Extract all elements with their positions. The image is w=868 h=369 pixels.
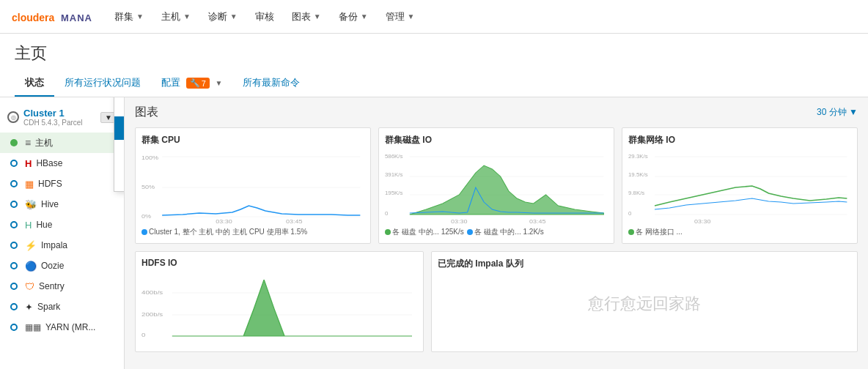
hdfs-icon: ▦ bbox=[25, 179, 34, 190]
time-selector[interactable]: 30 分钟 ▼ bbox=[817, 106, 858, 119]
chart-hdfs-title: HDFS IO bbox=[141, 258, 417, 268]
chart-impala-empty: 愈行愈远回家路 bbox=[438, 275, 851, 333]
svg-text:03:30: 03:30 bbox=[216, 217, 232, 224]
sidebar: ◎ Cluster 1 CDH 5.4.3, Parcel ▼ ≡ 主机 H H… bbox=[0, 97, 125, 369]
svg-text:19.5K/s: 19.5K/s bbox=[628, 171, 648, 177]
sidebar-item-impala[interactable]: ⚡ Impala bbox=[0, 235, 124, 256]
page-title: 主页 bbox=[15, 42, 853, 64]
nav-charts[interactable]: 图表 ▼ bbox=[284, 0, 328, 34]
nav-charts-caret: ▼ bbox=[314, 12, 321, 20]
menu-refresh-cluster[interactable]: 刷新群集 bbox=[114, 140, 125, 163]
chart-disk-title: 群集磁盘 IO bbox=[385, 134, 608, 146]
svg-text:9.8K/s: 9.8K/s bbox=[628, 190, 645, 195]
nav-audit[interactable]: 审核 bbox=[248, 0, 282, 34]
cluster-name: Cluster 1 bbox=[23, 108, 83, 119]
svg-text:0: 0 bbox=[628, 210, 631, 216]
menu-deploy-kerberos[interactable]: 部署 Kerberos 客户端配置 bbox=[114, 97, 125, 116]
sidebar-item-hue[interactable]: H Hue bbox=[0, 215, 124, 235]
svg-text:586K/s: 586K/s bbox=[385, 153, 403, 159]
svg-text:0: 0 bbox=[141, 332, 146, 338]
oozie-icon: 🔵 bbox=[25, 261, 37, 272]
sentry-icon: 🛡 bbox=[25, 281, 34, 292]
chart-network-title: 群集网络 IO bbox=[628, 134, 851, 146]
svg-text:195K/s: 195K/s bbox=[385, 190, 403, 195]
cluster-meta: CDH 5.4.3, Parcel bbox=[23, 119, 83, 127]
page-header: 主页 状态 所有运行状况问题 配置 🔧 7 ▼ 所有最新命令 bbox=[0, 34, 868, 97]
charts-area-title: 图表 bbox=[135, 105, 158, 120]
impala-status-icon bbox=[7, 239, 21, 252]
config-badge: 🔧 7 bbox=[186, 78, 210, 89]
tab-status[interactable]: 状态 bbox=[15, 70, 54, 97]
impala-icon: ⚡ bbox=[25, 240, 37, 251]
chart-impala: 已完成的 Impala 队列 愈行愈远回家路 bbox=[431, 251, 858, 352]
sidebar-item-hive[interactable]: 🐝 Hive bbox=[0, 194, 124, 215]
svg-text:100%: 100% bbox=[141, 154, 158, 160]
chart-disk-legend: 各 磁盘 中的... 125K/s 各 磁盘 中的... 1.2K/s bbox=[385, 227, 608, 237]
chart-hdfs-io: HDFS IO 400b/s 200b/s 0 bbox=[135, 251, 424, 352]
nav-hosts-caret: ▼ bbox=[183, 12, 191, 20]
main-content: ◎ Cluster 1 CDH 5.4.3, Parcel ▼ ≡ 主机 H H… bbox=[0, 97, 868, 369]
cluster-header: ◎ Cluster 1 CDH 5.4.3, Parcel ▼ bbox=[0, 105, 124, 130]
nav-backup-caret: ▼ bbox=[361, 12, 368, 20]
sidebar-item-hosts[interactable]: ≡ 主机 bbox=[0, 133, 124, 153]
sidebar-item-spark[interactable]: ✦ Spark bbox=[0, 297, 124, 317]
svg-text:03:30: 03:30 bbox=[694, 217, 711, 224]
nav-diagnostics[interactable]: 诊断 ▼ bbox=[201, 0, 245, 34]
hive-status-icon bbox=[7, 198, 21, 211]
chart-disk-wrapper: 586K/s 391K/s 195K/s 0 03:30 03:45 bbox=[385, 151, 608, 224]
yarn-status-icon bbox=[7, 321, 21, 334]
menu-upgrade[interactable]: 升级群集 bbox=[114, 116, 125, 140]
hue-icon: H bbox=[25, 220, 32, 231]
tab-config[interactable]: 配置 🔧 7 ▼ bbox=[151, 70, 232, 97]
sidebar-item-yarn[interactable]: ▦▦ YARN (MR... bbox=[0, 317, 124, 338]
host-list-icon: ≡ bbox=[25, 137, 31, 149]
wrench-icon: 🔧 bbox=[190, 78, 200, 88]
nav-admin[interactable]: 管理 ▼ bbox=[378, 0, 422, 34]
nav-admin-caret: ▼ bbox=[408, 12, 415, 20]
charts-area: 图表 30 分钟 ▼ 群集 CPU 100% 50% 0% bbox=[125, 97, 868, 369]
dropdown-menu: 添加服务 启动 停止 重启 滚动重启 部署客户端配置 bbox=[114, 97, 125, 192]
sidebar-item-sentry[interactable]: 🛡 Sentry bbox=[0, 276, 124, 297]
chart-network-svg: 29.3K/s 19.5K/s 9.8K/s 0 03:30 bbox=[628, 151, 851, 224]
nav-cluster[interactable]: 群集 ▼ bbox=[107, 0, 151, 34]
dropdown-container: ≡ 主机 H HBase ▦ HDFS 🐝 Hive H Hue bbox=[0, 133, 124, 338]
nav-diagnostics-caret: ▼ bbox=[230, 12, 238, 20]
nav-hosts[interactable]: 主机 ▼ bbox=[154, 0, 198, 34]
chart-impala-wrapper: 愈行愈远回家路 bbox=[438, 275, 851, 333]
chart-network-legend: 各 网络接口 ... bbox=[628, 227, 851, 237]
svg-text:cloudera: cloudera bbox=[12, 12, 55, 23]
yarn-icon: ▦▦ bbox=[25, 322, 41, 332]
hdfs-status-icon bbox=[7, 177, 21, 190]
svg-text:391K/s: 391K/s bbox=[385, 171, 403, 177]
tabs-bar: 状态 所有运行状况问题 配置 🔧 7 ▼ 所有最新命令 bbox=[15, 70, 853, 97]
config-caret: ▼ bbox=[215, 79, 222, 87]
tab-health[interactable]: 所有运行状况问题 bbox=[54, 70, 151, 97]
cloudera-logo: cloudera MANAGER bbox=[12, 7, 92, 27]
sidebar-item-oozie[interactable]: 🔵 Oozie bbox=[0, 256, 124, 276]
menu-refresh-pools[interactable]: 刷新动态资源池 bbox=[114, 163, 125, 187]
svg-text:400b/s: 400b/s bbox=[141, 289, 163, 295]
sidebar-item-hbase[interactable]: H HBase bbox=[0, 153, 124, 174]
charts-row-1: 群集 CPU 100% 50% 0% 03:30 03:45 bbox=[135, 127, 858, 244]
svg-text:200b/s: 200b/s bbox=[141, 311, 163, 317]
hbase-status-icon bbox=[7, 157, 21, 170]
spark-icon: ✦ bbox=[25, 302, 33, 313]
oozie-status-icon bbox=[7, 259, 21, 272]
svg-text:03:30: 03:30 bbox=[451, 217, 468, 224]
chart-hdfs-wrapper: 400b/s 200b/s 0 bbox=[141, 272, 417, 346]
logo: cloudera MANAGER bbox=[12, 7, 92, 27]
chart-network-wrapper: 29.3K/s 19.5K/s 9.8K/s 0 03:30 bbox=[628, 151, 851, 224]
chart-network-io: 群集网络 IO 29.3K/s 19.5K/s 9.8K/s 0 bbox=[622, 127, 858, 244]
nav-backup[interactable]: 备份 ▼ bbox=[331, 0, 375, 34]
sidebar-item-hdfs[interactable]: ▦ HDFS bbox=[0, 174, 124, 194]
chart-cpu-svg: 100% 50% 0% 03:30 03:45 bbox=[141, 151, 364, 224]
sentry-status-icon bbox=[7, 280, 21, 293]
svg-text:0: 0 bbox=[385, 210, 388, 216]
charts-header: 图表 30 分钟 ▼ bbox=[135, 105, 858, 120]
chart-impala-title: 已完成的 Impala 队列 bbox=[438, 258, 851, 270]
svg-text:03:45: 03:45 bbox=[286, 217, 303, 224]
hbase-icon: H bbox=[25, 158, 32, 169]
tab-commands[interactable]: 所有最新命令 bbox=[232, 70, 310, 97]
chart-cpu-legend: Cluster 1, 整个 主机 中的 主机 CPU 使用率 1.5% bbox=[141, 227, 364, 237]
charts-row-2: HDFS IO 400b/s 200b/s 0 已完成的 bbox=[135, 251, 858, 352]
